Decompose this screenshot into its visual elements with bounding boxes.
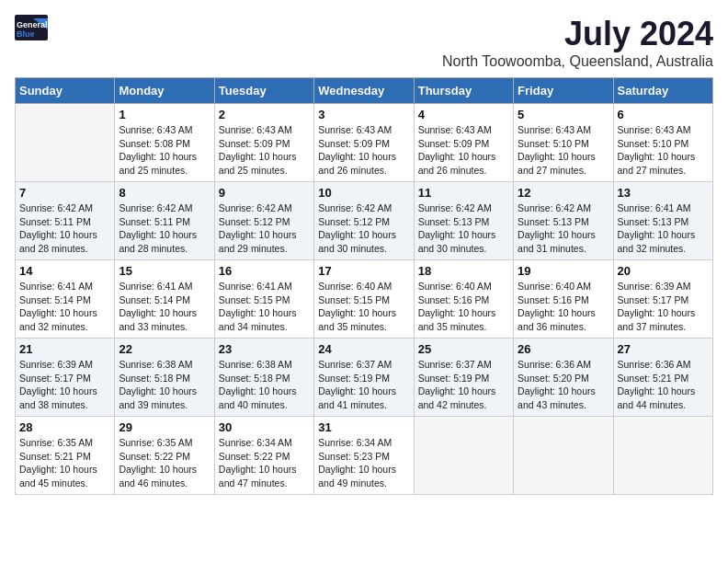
day-number: 15 (119, 264, 210, 278)
day-info: Sunrise: 6:42 AM Sunset: 5:11 PM Dayligh… (119, 201, 210, 256)
day-number: 17 (318, 264, 409, 278)
day-info: Sunrise: 6:37 AM Sunset: 5:19 PM Dayligh… (318, 358, 409, 412)
day-info: Sunrise: 6:40 AM Sunset: 5:16 PM Dayligh… (518, 280, 609, 334)
day-info: Sunrise: 6:37 AM Sunset: 5:19 PM Dayligh… (418, 358, 509, 412)
calendar-cell: 27Sunrise: 6:36 AM Sunset: 5:21 PM Dayli… (613, 339, 712, 417)
day-info: Sunrise: 6:43 AM Sunset: 5:08 PM Dayligh… (119, 123, 210, 178)
day-info: Sunrise: 6:40 AM Sunset: 5:16 PM Dayligh… (418, 280, 509, 334)
calendar-cell: 21Sunrise: 6:39 AM Sunset: 5:17 PM Dayli… (16, 339, 115, 417)
calendar-table: SundayMondayTuesdayWednesdayThursdayFrid… (15, 77, 713, 495)
day-info: Sunrise: 6:39 AM Sunset: 5:17 PM Dayligh… (618, 280, 709, 334)
calendar-cell: 16Sunrise: 6:41 AM Sunset: 5:15 PM Dayli… (214, 260, 313, 339)
title-area: July 2024 North Toowoomba, Queensland, A… (442, 15, 713, 70)
calendar-cell: 23Sunrise: 6:38 AM Sunset: 5:18 PM Dayli… (214, 339, 313, 417)
day-number: 25 (418, 342, 509, 356)
calendar-cell (16, 104, 115, 182)
day-number: 21 (19, 342, 110, 356)
day-number: 6 (618, 108, 709, 121)
calendar-cell: 3Sunrise: 6:43 AM Sunset: 5:09 PM Daylig… (314, 104, 414, 182)
day-info: Sunrise: 6:42 AM Sunset: 5:11 PM Dayligh… (19, 201, 110, 256)
day-number: 8 (119, 186, 210, 200)
calendar-cell: 28Sunrise: 6:35 AM Sunset: 5:21 PM Dayli… (16, 417, 115, 495)
calendar-cell: 6Sunrise: 6:43 AM Sunset: 5:10 PM Daylig… (613, 104, 712, 182)
day-number: 30 (219, 420, 310, 434)
day-number: 28 (19, 420, 110, 434)
calendar-cell: 26Sunrise: 6:36 AM Sunset: 5:20 PM Dayli… (514, 339, 613, 417)
svg-text:Blue: Blue (17, 29, 35, 39)
calendar-cell: 12Sunrise: 6:42 AM Sunset: 5:13 PM Dayli… (514, 182, 613, 260)
day-of-week-header: Sunday (16, 78, 115, 104)
month-year-title: July 2024 (442, 15, 713, 53)
svg-text:General: General (17, 20, 48, 29)
day-info: Sunrise: 6:43 AM Sunset: 5:10 PM Dayligh… (618, 123, 709, 178)
day-info: Sunrise: 6:40 AM Sunset: 5:15 PM Dayligh… (318, 280, 409, 334)
header: General Blue July 2024 North Toowoomba, … (15, 15, 713, 70)
day-number: 2 (219, 108, 310, 121)
calendar-cell: 29Sunrise: 6:35 AM Sunset: 5:22 PM Dayli… (115, 417, 214, 495)
day-number: 3 (318, 108, 409, 121)
day-info: Sunrise: 6:41 AM Sunset: 5:15 PM Dayligh… (219, 280, 310, 334)
day-number: 19 (518, 264, 609, 278)
calendar-header-row: SundayMondayTuesdayWednesdayThursdayFrid… (16, 78, 713, 104)
day-info: Sunrise: 6:35 AM Sunset: 5:21 PM Dayligh… (19, 436, 110, 490)
calendar-cell: 8Sunrise: 6:42 AM Sunset: 5:11 PM Daylig… (115, 182, 214, 260)
day-info: Sunrise: 6:43 AM Sunset: 5:09 PM Dayligh… (219, 123, 310, 178)
day-info: Sunrise: 6:39 AM Sunset: 5:17 PM Dayligh… (19, 358, 110, 412)
day-info: Sunrise: 6:43 AM Sunset: 5:10 PM Dayligh… (518, 123, 609, 178)
calendar-cell: 18Sunrise: 6:40 AM Sunset: 5:16 PM Dayli… (414, 260, 513, 339)
day-info: Sunrise: 6:41 AM Sunset: 5:13 PM Dayligh… (618, 201, 709, 256)
calendar-cell: 4Sunrise: 6:43 AM Sunset: 5:09 PM Daylig… (414, 104, 513, 182)
day-info: Sunrise: 6:43 AM Sunset: 5:09 PM Dayligh… (318, 123, 409, 178)
logo: General Blue (15, 15, 48, 40)
calendar-cell: 22Sunrise: 6:38 AM Sunset: 5:18 PM Dayli… (115, 339, 214, 417)
calendar-cell: 20Sunrise: 6:39 AM Sunset: 5:17 PM Dayli… (613, 260, 712, 339)
day-of-week-header: Friday (514, 78, 613, 104)
day-number: 23 (219, 342, 310, 356)
day-number: 10 (318, 186, 409, 200)
day-info: Sunrise: 6:38 AM Sunset: 5:18 PM Dayligh… (219, 358, 310, 412)
day-number: 27 (618, 342, 709, 356)
day-info: Sunrise: 6:35 AM Sunset: 5:22 PM Dayligh… (119, 436, 210, 490)
calendar-cell: 14Sunrise: 6:41 AM Sunset: 5:14 PM Dayli… (16, 260, 115, 339)
day-info: Sunrise: 6:38 AM Sunset: 5:18 PM Dayligh… (119, 358, 210, 412)
day-number: 12 (518, 186, 609, 200)
day-number: 13 (618, 186, 709, 200)
day-info: Sunrise: 6:42 AM Sunset: 5:12 PM Dayligh… (318, 201, 409, 256)
day-info: Sunrise: 6:42 AM Sunset: 5:13 PM Dayligh… (418, 201, 509, 256)
calendar-cell: 30Sunrise: 6:34 AM Sunset: 5:22 PM Dayli… (214, 417, 313, 495)
calendar-cell: 7Sunrise: 6:42 AM Sunset: 5:11 PM Daylig… (16, 182, 115, 260)
calendar-week-row: 14Sunrise: 6:41 AM Sunset: 5:14 PM Dayli… (16, 260, 713, 339)
calendar-cell: 1Sunrise: 6:43 AM Sunset: 5:08 PM Daylig… (115, 104, 214, 182)
calendar-cell: 17Sunrise: 6:40 AM Sunset: 5:15 PM Dayli… (314, 260, 414, 339)
calendar-week-row: 7Sunrise: 6:42 AM Sunset: 5:11 PM Daylig… (16, 182, 713, 260)
day-number: 22 (119, 342, 210, 356)
day-number: 4 (418, 108, 509, 121)
day-info: Sunrise: 6:36 AM Sunset: 5:20 PM Dayligh… (518, 358, 609, 412)
day-of-week-header: Thursday (414, 78, 513, 104)
calendar-week-row: 21Sunrise: 6:39 AM Sunset: 5:17 PM Dayli… (16, 339, 713, 417)
day-of-week-header: Monday (115, 78, 214, 104)
day-number: 26 (518, 342, 609, 356)
calendar-cell (613, 417, 712, 495)
day-number: 29 (119, 420, 210, 434)
calendar-cell (514, 417, 613, 495)
calendar-cell: 31Sunrise: 6:34 AM Sunset: 5:23 PM Dayli… (314, 417, 414, 495)
day-number: 7 (19, 186, 110, 200)
day-info: Sunrise: 6:34 AM Sunset: 5:22 PM Dayligh… (219, 436, 310, 490)
day-number: 1 (119, 108, 210, 121)
day-info: Sunrise: 6:42 AM Sunset: 5:12 PM Dayligh… (219, 201, 310, 256)
calendar-cell: 24Sunrise: 6:37 AM Sunset: 5:19 PM Dayli… (314, 339, 414, 417)
day-info: Sunrise: 6:36 AM Sunset: 5:21 PM Dayligh… (618, 358, 709, 412)
day-of-week-header: Tuesday (214, 78, 313, 104)
day-info: Sunrise: 6:43 AM Sunset: 5:09 PM Dayligh… (418, 123, 509, 178)
day-number: 5 (518, 108, 609, 121)
calendar-cell: 10Sunrise: 6:42 AM Sunset: 5:12 PM Dayli… (314, 182, 414, 260)
calendar-cell: 2Sunrise: 6:43 AM Sunset: 5:09 PM Daylig… (214, 104, 313, 182)
day-number: 16 (219, 264, 310, 278)
day-number: 9 (219, 186, 310, 200)
day-number: 14 (19, 264, 110, 278)
day-info: Sunrise: 6:42 AM Sunset: 5:13 PM Dayligh… (518, 201, 609, 256)
location-subtitle: North Toowoomba, Queensland, Australia (442, 53, 713, 70)
day-of-week-header: Wednesday (314, 78, 414, 104)
calendar-cell: 13Sunrise: 6:41 AM Sunset: 5:13 PM Dayli… (613, 182, 712, 260)
